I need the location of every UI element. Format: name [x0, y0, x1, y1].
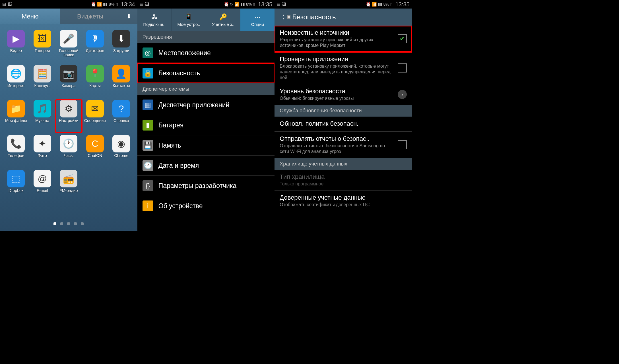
security-item[interactable]: Уровень безопасности Обычный: блокирует … — [275, 84, 412, 105]
setting-label: Дата и время — [158, 162, 270, 169]
app-label: Dropbox — [9, 189, 24, 193]
settings-tab[interactable]: 📱 Мое устро.. — [172, 9, 206, 31]
app-label: Интернет — [7, 84, 25, 88]
security-item[interactable]: Доверенные учетные данные Отображать сер… — [275, 191, 412, 211]
setting-item[interactable]: i Об устройстве — [137, 196, 275, 216]
app-icon-glyph: ⬇ — [112, 30, 130, 47]
app-телефон[interactable]: 📞 Телефон — [3, 135, 29, 167]
app-контакты[interactable]: 👤 Контакты — [108, 65, 135, 98]
app-мои файлы[interactable]: 📁 Мои файлы — [3, 100, 29, 133]
screenshot-icon: 🖼 — [145, 2, 149, 7]
wifi-icon: 📶 — [97, 2, 102, 7]
page-dot — [74, 222, 77, 225]
app-галерея[interactable]: 🖼 Галерея — [29, 30, 56, 63]
setting-item[interactable]: 🕐 Дата и время — [137, 156, 275, 176]
setting-label: Память — [158, 142, 270, 149]
app-часы[interactable]: 🕐 Часы — [55, 135, 82, 167]
app-настройки[interactable]: ⚙ Настройки — [55, 100, 82, 133]
status-bar: ▤ 🖼 ⏰ ⟳ 📶 ▮▮ 8% ▯ 13:35 — [137, 0, 275, 9]
app-label: Chrome — [114, 154, 128, 158]
setting-icon: ◎ — [143, 47, 153, 58]
app-загрузки[interactable]: ⬇ Загрузки — [108, 30, 135, 63]
app-icon-glyph: 🎵 — [34, 100, 51, 117]
app-chaton[interactable]: C ChatON — [82, 135, 108, 167]
security-item[interactable]: Обновл. политик безопасн. — [275, 117, 412, 132]
app-интернет[interactable]: 🌐 Интернет — [3, 65, 29, 98]
app-icon-glyph: 📞 — [7, 135, 25, 152]
app-сообщения[interactable]: ✉ Сообщения — [82, 100, 108, 133]
security-item[interactable]: Отправлять отчеты о безопас.. Отправлять… — [275, 132, 412, 158]
settings-tab[interactable]: 🖧 Подключе.. — [137, 9, 172, 31]
checkbox[interactable] — [398, 140, 407, 149]
status-bar: ▤ 🖼 ⏰ 📶 ▮▮ 8% ▯ 13:34 — [0, 0, 137, 9]
security-item[interactable]: Неизвестные источники Разрешить установк… — [275, 26, 412, 52]
setting-item[interactable]: {} Параметры разработчика — [137, 176, 275, 196]
app-label: Справка — [114, 119, 129, 123]
notification-icon: ▤ — [140, 2, 143, 7]
drawer-tabs: Меню Виджеты ⬇ — [0, 9, 137, 24]
app-label: ChatON — [88, 154, 102, 158]
page-indicator[interactable] — [0, 220, 137, 231]
tab-downloads[interactable]: ⬇ — [120, 9, 137, 24]
security-list: Неизвестные источники Разрешить установк… — [275, 26, 412, 231]
settings-tab[interactable]: ⋯ Опции — [240, 9, 275, 31]
notification-icon: ▤ — [2, 2, 6, 7]
battery-text: 8% — [246, 2, 252, 7]
app-карты[interactable]: 📍 Карты — [82, 65, 108, 98]
app-камера[interactable]: 📷 Камера — [55, 65, 82, 98]
tab-label: Мое устро.. — [177, 22, 200, 27]
notification-icon: ▤ — [277, 2, 280, 7]
app-видео[interactable]: ▶ Видео — [3, 30, 29, 63]
app-icon-glyph: 👤 — [112, 65, 130, 82]
app-label: Голосовой поиск — [55, 49, 82, 57]
setting-item[interactable]: 💾 Память — [137, 135, 275, 156]
security-header: 〈 Безопасность — [275, 9, 412, 26]
app-диктофон[interactable]: 🎙 Диктофон — [82, 30, 108, 63]
tab-icon: 📱 — [185, 13, 193, 21]
phone-1-app-drawer: ▤ 🖼 ⏰ 📶 ▮▮ 8% ▯ 13:34 Меню Виджеты ⬇ ▶ В… — [0, 0, 137, 231]
tab-menu[interactable]: Меню — [0, 9, 60, 24]
app-label: Контакты — [113, 84, 130, 88]
app-icon-glyph: 🎤 — [60, 30, 77, 47]
app-калькул.[interactable]: 🧮 Калькул. — [29, 65, 56, 98]
app-chrome[interactable]: ◉ Chrome — [108, 135, 135, 167]
setting-icon: 🔒 — [143, 68, 153, 78]
app-голосовой поиск[interactable]: 🎤 Голосовой поиск — [55, 30, 82, 63]
app-музыка[interactable]: 🎵 Музыка — [29, 100, 56, 133]
battery-icon: ▯ — [390, 2, 393, 7]
app-справка[interactable]: ? Справка — [108, 100, 135, 133]
item-title: Обновл. политик безопасн. — [280, 120, 407, 127]
section-header: Служба обновления безопасности — [275, 105, 412, 117]
battery-text: 8% — [109, 2, 114, 7]
setting-icon: {} — [143, 180, 153, 191]
security-item[interactable]: Проверять приложения Блокировать установ… — [275, 52, 412, 84]
app-label: Камера — [62, 84, 76, 88]
setting-label: Параметры разработчика — [158, 182, 270, 190]
tab-widgets[interactable]: Виджеты — [60, 9, 120, 24]
app-fm-радио[interactable]: 📻 FM-радио — [55, 170, 82, 202]
setting-item[interactable]: 🔒 Безопасность — [137, 63, 275, 83]
phone-2-settings: ▤ 🖼 ⏰ ⟳ 📶 ▮▮ 8% ▯ 13:35 🖧 Подключе..📱 Мо… — [137, 0, 275, 231]
app-фото[interactable]: ✦ Фото — [29, 135, 56, 167]
back-button[interactable]: 〈 — [278, 12, 285, 22]
setting-label: Батарея — [158, 121, 270, 129]
setting-item[interactable]: ▦ Диспетчер приложений — [137, 95, 275, 115]
app-icon-glyph: 📍 — [86, 65, 104, 82]
checkbox[interactable]: ✔ — [398, 34, 407, 43]
settings-tab[interactable]: 🔑 Учетные з.. — [206, 9, 241, 31]
item-subtitle: Отображать сертификаты доверенных ЦС — [280, 202, 407, 208]
setting-icon: ▮ — [143, 120, 153, 131]
app-grid: ▶ Видео🖼 Галерея🎤 Голосовой поиск🎙 Дикто… — [0, 24, 137, 220]
app-icon-glyph: 📁 — [7, 100, 25, 117]
app-label: Диктофон — [86, 49, 104, 53]
app-e-mail[interactable]: @ E-mail — [29, 170, 56, 202]
setting-icon: ▦ — [143, 100, 153, 110]
setting-label: Диспетчер приложений — [158, 101, 270, 109]
app-icon-glyph: 📷 — [60, 65, 77, 82]
app-dropbox[interactable]: ⬚ Dropbox — [3, 170, 29, 202]
setting-item[interactable]: ◎ Местоположение — [137, 43, 275, 63]
item-title: Проверять приложения — [280, 55, 394, 63]
app-label: Музыка — [35, 119, 49, 123]
setting-item[interactable]: ▮ Батарея — [137, 115, 275, 135]
checkbox[interactable] — [398, 63, 407, 73]
